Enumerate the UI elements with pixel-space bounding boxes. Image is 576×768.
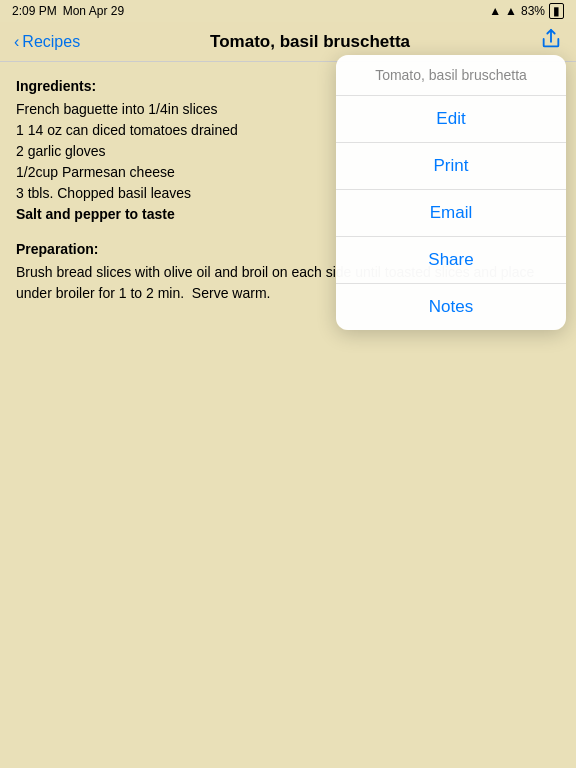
print-option[interactable]: Print <box>336 143 566 190</box>
edit-option[interactable]: Edit <box>336 96 566 143</box>
email-option[interactable]: Email <box>336 190 566 237</box>
share-option[interactable]: Share <box>336 237 566 284</box>
dropdown-menu: Tomato, basil bruschetta Edit Print Emai… <box>336 55 566 330</box>
notes-option[interactable]: Notes <box>336 284 566 330</box>
dropdown-header: Tomato, basil bruschetta <box>336 55 566 96</box>
